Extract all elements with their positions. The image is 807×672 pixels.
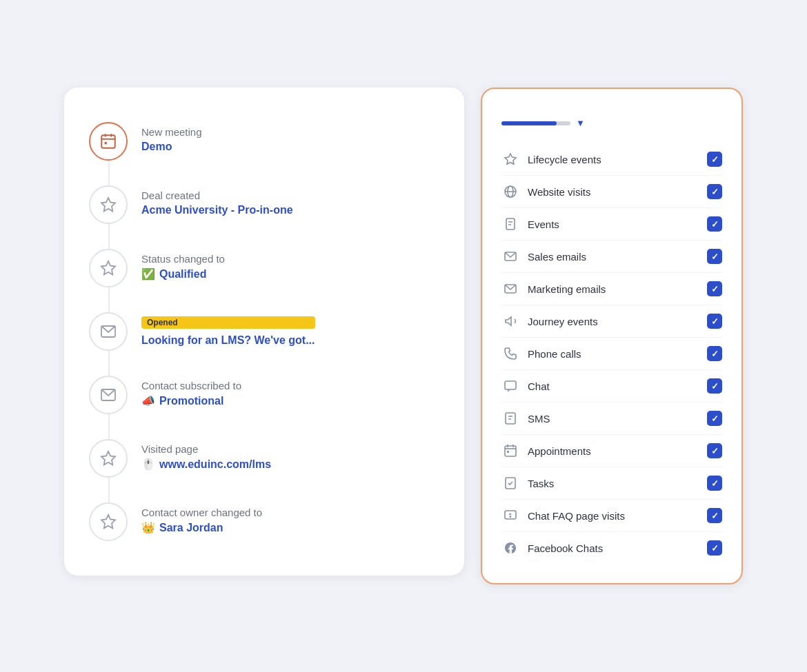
svg-point-16 [510,517,511,518]
website-visits-icon [501,183,519,201]
slider-track [501,121,570,125]
marketing-emails-label: Marketing emails [528,283,699,295]
svg-rect-10 [506,413,515,424]
filter-item-marketing-emails[interactable]: Marketing emails [501,273,722,305]
status-changed-content: Status changed to✅Qualified [141,249,225,281]
filter-item-journey-events[interactable]: Journey events [501,305,722,338]
visited-page-prefix: 🖱️ [141,458,155,471]
owner-changed-icon-circle [89,502,128,541]
contact-subscribed-title[interactable]: 📣Promotional [141,394,241,407]
svg-point-15 [510,514,511,515]
facebook-chats-label: Facebook Chats [528,542,699,554]
marketing-emails-icon [501,280,519,298]
filter-item-tasks[interactable]: Tasks [501,467,722,500]
timeline-item-owner-changed: Contact owner changed to👑Sara Jordan [89,490,439,553]
filter-panel: ▼ Lifecycle eventsWebsite visitsEventsSa… [481,88,743,584]
sms-checkbox[interactable] [707,411,722,426]
deal-created-content: Deal createdAcme University - Pro-in-one [141,185,293,216]
sms-label: SMS [528,413,699,425]
visited-page-content: Visited page🖱️www.eduinc.com/lms [141,439,271,471]
filter-item-events[interactable]: Events [501,208,722,241]
email-opened-badge: Opened [141,316,315,329]
chat-faq-icon [501,507,519,525]
visited-page-icon-circle [89,439,128,478]
owner-changed-prefix: 👑 [141,521,155,534]
new-meeting-icon-circle [89,122,128,161]
filter-list: Lifecycle eventsWebsite visitsEventsSale… [501,143,722,564]
status-changed-title-text: Qualified [159,268,206,281]
lifecycle-events-label: Lifecycle events [528,154,699,165]
timeline-item-deal-created: Deal createdAcme University - Pro-in-one [89,173,439,236]
owner-changed-content: Contact owner changed to👑Sara Jordan [141,502,262,534]
contact-subscribed-prefix: 📣 [141,394,155,407]
timeline-panel: New meetingDemoDeal createdAcme Universi… [64,88,464,576]
facebook-chats-checkbox[interactable] [707,540,722,556]
email-opened-icon-circle [89,312,128,351]
chat-faq-label: Chat FAQ page visits [528,510,699,522]
lifecycle-events-checkbox[interactable] [707,152,722,167]
filter-item-chat[interactable]: Chat [501,370,722,403]
chat-checkbox[interactable] [707,378,722,394]
owner-changed-title[interactable]: 👑Sara Jordan [141,521,262,534]
deal-created-label: Deal created [141,190,293,201]
main-container: New meetingDemoDeal createdAcme Universi… [37,60,770,612]
new-meeting-label: New meeting [141,126,202,138]
slider-arrow-icon: ▼ [576,118,585,128]
appointments-icon [501,442,519,460]
website-visits-checkbox[interactable] [707,184,722,199]
deal-created-icon-circle [89,185,128,224]
phone-calls-icon [501,345,519,363]
sales-emails-icon [501,247,519,265]
appointments-checkbox[interactable] [707,443,722,458]
contact-subscribed-title-text: Promotional [159,395,223,407]
filter-item-appointments[interactable]: Appointments [501,435,722,467]
owner-changed-title-text: Sara Jordan [159,522,223,534]
filter-item-lifecycle-events[interactable]: Lifecycle events [501,143,722,176]
tasks-checkbox[interactable] [707,476,722,491]
slider-fill [501,121,557,125]
chat-label: Chat [528,380,699,392]
filter-item-sms[interactable]: SMS [501,403,722,435]
visited-page-title-text: www.eduinc.com/lms [159,458,271,471]
filter-item-sales-emails[interactable]: Sales emails [501,241,722,273]
marketing-emails-checkbox[interactable] [707,281,722,296]
sms-icon [501,409,519,427]
timeline-item-status-changed: Status changed to✅Qualified [89,236,439,300]
filter-item-phone-calls[interactable]: Phone calls [501,338,722,370]
email-opened-title[interactable]: Looking for an LMS? We've got... [141,334,315,347]
email-opened-content: OpenedLooking for an LMS? We've got... [141,312,315,347]
status-changed-icon-circle [89,249,128,287]
owner-changed-label: Contact owner changed to [141,507,262,518]
journey-events-checkbox[interactable] [707,314,722,329]
filter-item-website-visits[interactable]: Website visits [501,176,722,208]
website-visits-label: Website visits [528,186,699,198]
filter-item-facebook-chats[interactable]: Facebook Chats [501,532,722,564]
tasks-label: Tasks [528,478,699,489]
sales-emails-checkbox[interactable] [707,249,722,264]
email-opened-title-text: Looking for an LMS? We've got... [141,334,315,347]
contact-subscribed-icon-circle [89,376,128,414]
contact-subscribed-content: Contact subscribed to📣Promotional [141,376,241,407]
deal-created-title[interactable]: Acme University - Pro-in-one [141,204,293,216]
svg-rect-6 [506,218,515,230]
events-checkbox[interactable] [707,216,722,232]
visited-page-title[interactable]: 🖱️www.eduinc.com/lms [141,458,271,471]
lifecycle-events-icon [501,150,519,168]
events-label: Events [528,218,699,230]
svg-rect-1 [105,142,107,144]
filter-item-chat-faq[interactable]: Chat FAQ page visits [501,500,722,532]
chat-faq-checkbox[interactable] [707,508,722,523]
timeline-item-email-opened: OpenedLooking for an LMS? We've got... [89,300,439,363]
timeline-item-visited-page: Visited page🖱️www.eduinc.com/lms [89,427,439,490]
status-changed-title[interactable]: ✅Qualified [141,267,225,281]
timeline-item-contact-subscribed: Contact subscribed to📣Promotional [89,363,439,427]
filter-slider[interactable]: ▼ [501,118,722,128]
status-changed-prefix: ✅ [141,267,155,281]
new-meeting-content: New meetingDemo [141,122,202,153]
tasks-icon [501,474,519,492]
svg-rect-0 [101,135,115,147]
new-meeting-title[interactable]: Demo [141,141,202,153]
svg-rect-12 [507,451,509,453]
appointments-label: Appointments [528,445,699,457]
phone-calls-checkbox[interactable] [707,346,722,361]
